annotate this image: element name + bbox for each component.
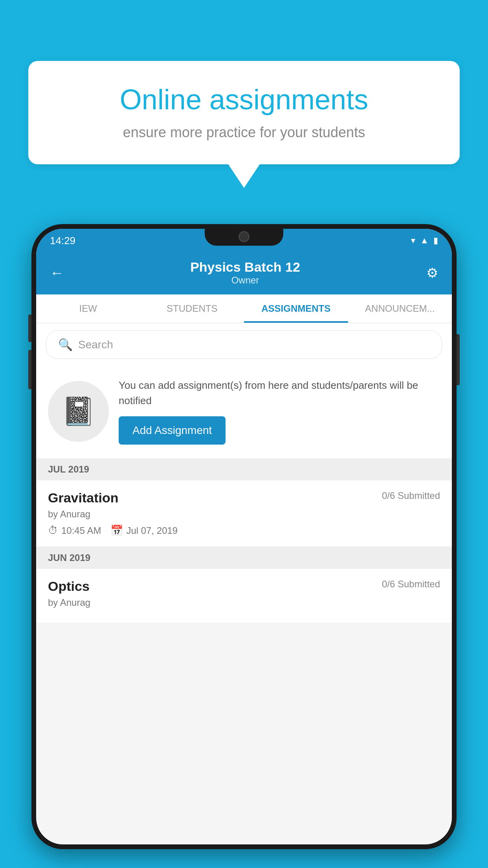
optics-name: Optics: [48, 579, 90, 594]
owner-label: Owner: [190, 275, 300, 286]
speech-bubble-title: Online assignments: [52, 83, 436, 116]
search-icon: 🔍: [58, 338, 73, 351]
meta-date: 📅 Jul 07, 2019: [110, 524, 178, 537]
phone-screen: 14:29 ▾ ▲ ▮ ← Physics Batch 12 Owner ⚙ I…: [36, 229, 452, 844]
info-card-content: You can add assignment(s) from here and …: [119, 378, 440, 445]
meta-time: ⏱ 10:45 AM: [48, 524, 101, 537]
volume-down-button: [28, 350, 31, 389]
wifi-icon: ▾: [411, 235, 415, 246]
app-header: ← Physics Batch 12 Owner ⚙: [36, 252, 452, 294]
phone-container: 14:29 ▾ ▲ ▮ ← Physics Batch 12 Owner ⚙ I…: [31, 224, 457, 868]
tab-students[interactable]: STUDENTS: [140, 294, 244, 323]
calendar-icon: 📅: [110, 524, 123, 537]
assignment-meta: ⏱ 10:45 AM 📅 Jul 07, 2019: [48, 524, 440, 537]
phone-notch: [205, 224, 283, 246]
front-camera: [238, 231, 250, 242]
optics-item-top: Optics 0/6 Submitted: [48, 579, 440, 594]
power-button: [457, 334, 460, 385]
section-header-jul: JUL 2019: [36, 458, 452, 480]
section-header-jun: JUN 2019: [36, 547, 452, 569]
tab-announcements[interactable]: ANNOUNCEM...: [348, 294, 452, 323]
optics-author: by Anurag: [48, 597, 440, 608]
assignment-date: Jul 07, 2019: [126, 525, 178, 536]
speech-bubble-card: Online assignments ensure more practice …: [28, 61, 460, 164]
tab-assignments[interactable]: ASSIGNMENTS: [244, 294, 348, 323]
phone-frame: 14:29 ▾ ▲ ▮ ← Physics Batch 12 Owner ⚙ I…: [31, 224, 457, 849]
clock-icon: ⏱: [48, 524, 58, 537]
settings-icon[interactable]: ⚙: [426, 265, 438, 281]
info-card-text: You can add assignment(s) from here and …: [119, 378, 440, 408]
signal-icon: ▲: [420, 235, 429, 246]
assignment-name: Gravitation: [48, 490, 118, 506]
status-icons: ▾ ▲ ▮: [411, 235, 438, 246]
assignment-author: by Anurag: [48, 509, 440, 520]
volume-up-button: [28, 314, 31, 342]
header-title-group: Physics Batch 12 Owner: [190, 259, 300, 286]
search-container: 🔍 Search: [36, 323, 452, 366]
status-time: 14:29: [50, 235, 75, 247]
batch-title: Physics Batch 12: [190, 259, 300, 275]
assignment-time: 10:45 AM: [61, 525, 101, 536]
tabs-bar: IEW STUDENTS ASSIGNMENTS ANNOUNCEM...: [36, 294, 452, 323]
notebook-icon: 📓: [61, 395, 95, 427]
speech-bubble-subtitle: ensure more practice for your students: [52, 124, 436, 141]
assignment-submitted: 0/6 Submitted: [382, 490, 440, 501]
assignment-icon-circle: 📓: [48, 381, 109, 442]
tab-iew[interactable]: IEW: [36, 294, 140, 323]
assignment-item-gravitation[interactable]: Gravitation 0/6 Submitted by Anurag ⏱ 10…: [36, 480, 452, 547]
search-bar[interactable]: 🔍 Search: [46, 330, 442, 359]
optics-submitted: 0/6 Submitted: [382, 579, 440, 590]
search-placeholder: Search: [78, 338, 113, 351]
add-assignment-button[interactable]: Add Assignment: [119, 416, 226, 445]
back-button[interactable]: ←: [50, 265, 64, 281]
info-card: 📓 You can add assignment(s) from here an…: [36, 366, 452, 458]
speech-bubble-tail: [228, 164, 260, 188]
battery-icon: ▮: [433, 235, 438, 246]
assignment-item-optics[interactable]: Optics 0/6 Submitted by Anurag: [36, 569, 452, 623]
assignment-item-top: Gravitation 0/6 Submitted: [48, 490, 440, 506]
speech-bubble-container: Online assignments ensure more practice …: [28, 61, 460, 188]
